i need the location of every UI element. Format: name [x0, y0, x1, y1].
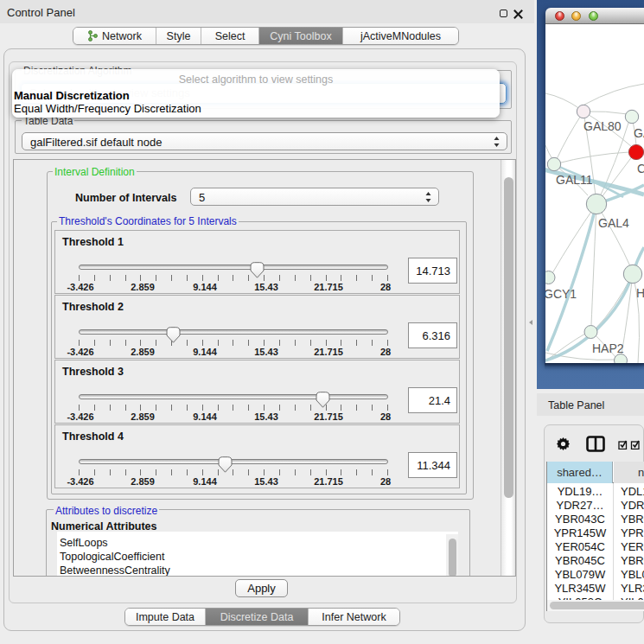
svg-text:GAL4: GAL4 [598, 216, 629, 230]
svg-text:C: C [637, 162, 644, 175]
svg-text:GA: GA [634, 126, 644, 140]
svg-text:H: H [636, 286, 644, 300]
svg-text:GCY1: GCY1 [545, 287, 577, 301]
svg-text:GAL11: GAL11 [556, 173, 593, 187]
svg-text:GAL80: GAL80 [583, 119, 622, 133]
svg-text:HAP2: HAP2 [592, 341, 624, 355]
